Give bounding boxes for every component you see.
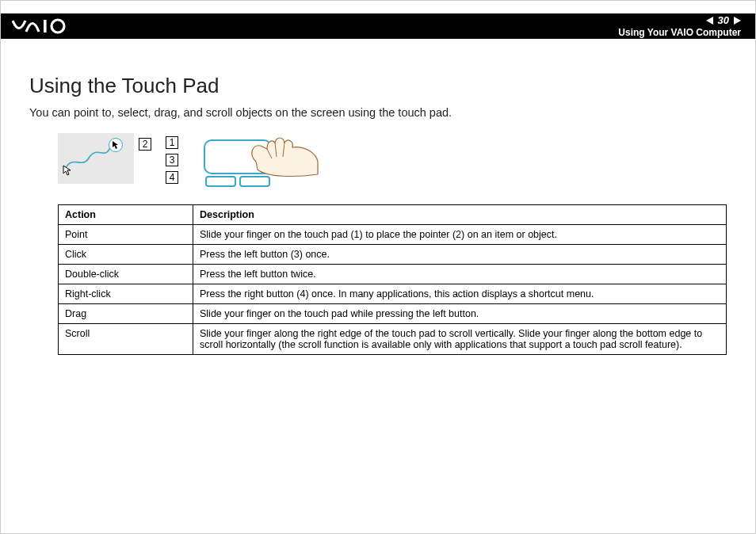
header-bar: 30 Using Your VAIO Computer	[1, 13, 755, 39]
cell-description: Slide your finger on the touch pad (1) t…	[193, 225, 727, 245]
table-row: Point Slide your finger on the touch pad…	[59, 225, 727, 245]
pointer-illustration: 2	[58, 133, 134, 184]
vaio-logo-icon	[12, 18, 80, 34]
actions-table: Action Description Point Slide your fing…	[58, 204, 727, 355]
hand-icon	[240, 130, 319, 177]
cell-action: Right-click	[59, 284, 193, 304]
pointer-highlight-icon	[109, 138, 123, 152]
touchpad-illustration	[194, 133, 321, 193]
callout-1: 1	[166, 136, 178, 149]
callout-2: 2	[139, 138, 151, 151]
table-row: Right-click Press the right button (4) o…	[59, 284, 727, 304]
cell-description: Press the right button (4) once. In many…	[193, 284, 727, 304]
breadcrumb: Using Your VAIO Computer	[618, 27, 741, 38]
cell-description: Slide your finger on the touch pad while…	[193, 304, 727, 324]
cell-action: Scroll	[59, 324, 193, 355]
header-nav: 30 Using Your VAIO Computer	[618, 14, 741, 38]
cell-description: Press the left button (3) once.	[193, 245, 727, 265]
touchpad-buttons-icon	[205, 176, 270, 187]
cell-action: Click	[59, 245, 193, 265]
cell-action: Drag	[59, 304, 193, 324]
page-title: Using the Touch Pad	[29, 74, 727, 98]
table-row: Click Press the left button (3) once.	[59, 245, 727, 265]
cell-description: Press the left button twice.	[193, 265, 727, 284]
page-content: Using the Touch Pad You can point to, se…	[29, 74, 727, 355]
table-row: Double-click Press the left button twice…	[59, 265, 727, 284]
cell-description: Slide your finger along the right edge o…	[193, 324, 727, 355]
cursor-icon	[63, 165, 72, 178]
cell-action: Point	[59, 225, 193, 245]
prev-page-icon[interactable]	[706, 17, 713, 25]
callout-3: 3	[166, 154, 178, 166]
svg-point-1	[52, 20, 64, 32]
col-description: Description	[193, 205, 727, 225]
vaio-logo	[12, 18, 80, 34]
table-row: Drag Slide your finger on the touch pad …	[59, 304, 727, 324]
page-number: 30	[718, 14, 729, 26]
illustration-row: 2 1 3 4	[58, 133, 727, 193]
callout-column: 1 3 4	[166, 136, 178, 184]
table-row: Scroll Slide your finger along the right…	[59, 324, 727, 355]
svg-rect-0	[44, 20, 47, 32]
next-page-icon[interactable]	[734, 17, 741, 25]
callout-4: 4	[166, 171, 178, 184]
table-header-row: Action Description	[59, 205, 727, 225]
cell-action: Double-click	[59, 265, 193, 284]
intro-text: You can point to, select, drag, and scro…	[29, 106, 727, 119]
col-action: Action	[59, 205, 193, 225]
